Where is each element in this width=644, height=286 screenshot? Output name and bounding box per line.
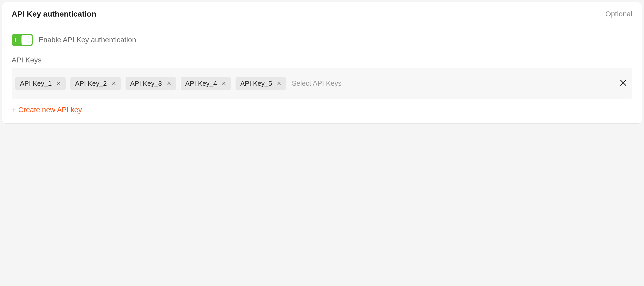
remove-chip-icon[interactable] [222,81,226,86]
chip-label: API Key_1 [20,80,52,88]
remove-chip-icon[interactable] [167,81,171,86]
chip-label: API Key_4 [185,80,217,88]
create-link-label: Create new API key [18,106,82,114]
clear-all-icon[interactable] [619,79,627,88]
create-new-api-key-button[interactable]: + Create new API key [12,106,82,114]
chip-label: API Key_3 [130,80,162,88]
api-key-chip: API Key_5 [236,77,286,90]
api-keys-label: API Keys [12,56,632,64]
remove-chip-icon[interactable] [277,81,281,86]
card-title: API Key authentication [12,10,96,18]
api-key-chip: API Key_3 [126,77,176,90]
api-key-auth-card: API Key authentication Optional Enable A… [2,2,642,124]
api-key-chip: API Key_1 [15,77,66,90]
card-body: Enable API Key authentication API Keys A… [2,26,642,123]
api-key-chip: API Key_4 [181,77,231,90]
remove-chip-icon[interactable] [112,81,116,86]
chip-label: API Key_2 [75,80,107,88]
chip-label: API Key_5 [240,80,272,88]
card-header: API Key authentication Optional [2,2,642,26]
select-placeholder[interactable]: Select API Keys [291,77,342,90]
enable-toggle-label: Enable API Key authentication [39,36,136,44]
api-keys-select[interactable]: API Key_1 API Key_2 API Key_3 [12,68,632,99]
selected-chips: API Key_1 API Key_2 API Key_3 [15,77,614,90]
plus-icon: + [12,106,16,114]
enable-api-key-toggle[interactable] [12,34,33,46]
toggle-knob [21,35,32,45]
api-key-chip: API Key_2 [70,77,121,90]
enable-toggle-row: Enable API Key authentication [12,34,632,46]
optional-badge: Optional [605,10,632,18]
remove-chip-icon[interactable] [56,81,61,86]
